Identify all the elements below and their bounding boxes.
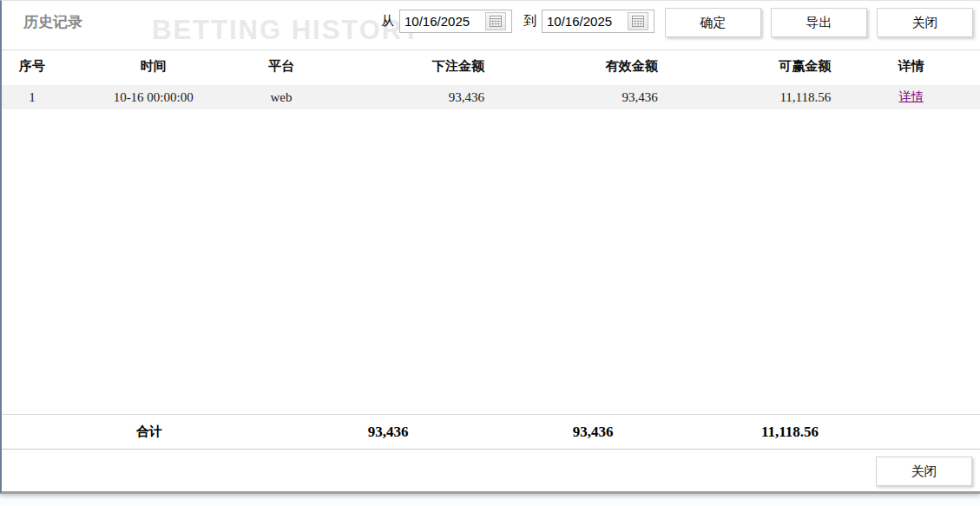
total-valid-amount: 93,436 xyxy=(479,424,707,441)
calendar-icon[interactable] xyxy=(628,12,648,30)
close-button-bottom[interactable]: 关闭 xyxy=(876,457,972,486)
cell-valid-amount: 93,436 xyxy=(496,90,669,105)
cell-index: 1 xyxy=(2,90,62,105)
header-platform: 平台 xyxy=(244,58,318,75)
from-date-input[interactable] xyxy=(400,11,485,31)
date-range-filter: 从 到 xyxy=(381,10,654,33)
table-empty-area xyxy=(2,109,980,414)
cell-winnable-amount: 11,118.56 xyxy=(669,90,843,105)
total-bet-amount: 93,436 xyxy=(297,424,479,441)
close-button-top[interactable]: 关闭 xyxy=(877,8,973,37)
confirm-button[interactable]: 确定 xyxy=(665,8,761,37)
header-bet-amount: 下注金额 xyxy=(318,58,496,75)
dialog-footer: 关闭 xyxy=(2,450,980,491)
to-date-field xyxy=(542,10,654,33)
table-row: 1 10-16 00:00:00 web 93,436 93,436 11,11… xyxy=(2,85,980,109)
export-button[interactable]: 导出 xyxy=(771,8,867,37)
to-label: 到 xyxy=(523,13,536,30)
header-actions: 确定 导出 关闭 xyxy=(665,8,973,37)
total-winnable-amount: 11,118.56 xyxy=(707,424,873,441)
header-winnable-amount: 可赢金额 xyxy=(669,58,843,75)
from-label: 从 xyxy=(381,13,394,30)
total-label: 合计 xyxy=(2,424,297,440)
cell-time: 10-16 00:00:00 xyxy=(62,90,245,105)
table-header-row: 序号 时间 平台 下注金额 有效金额 可赢金额 详情 xyxy=(2,50,980,82)
header-detail: 详情 xyxy=(842,58,980,75)
header-valid-amount: 有效金额 xyxy=(496,58,669,75)
page-title: 历史记录 xyxy=(23,12,82,32)
detail-link[interactable]: 详情 xyxy=(899,89,924,103)
cell-platform: web xyxy=(244,90,318,105)
total-row: 合计 93,436 93,436 11,118.56 xyxy=(2,414,980,450)
dialog-header: 历史记录 BETTING HISTORY 从 xyxy=(2,1,980,50)
calendar-icon[interactable] xyxy=(485,12,506,30)
to-date-input[interactable] xyxy=(543,11,628,31)
betting-history-dialog: 历史记录 BETTING HISTORY 从 xyxy=(0,0,980,494)
cell-bet-amount: 93,436 xyxy=(318,90,496,105)
header-index: 序号 xyxy=(2,58,62,75)
header-time: 时间 xyxy=(62,58,245,75)
from-date-field xyxy=(399,10,512,33)
